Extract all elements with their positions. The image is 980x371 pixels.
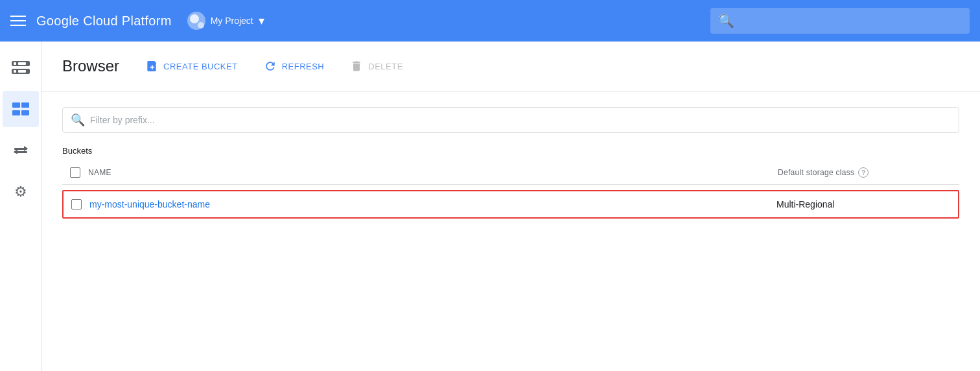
create-bucket-label: CREATE BUCKET	[163, 62, 238, 71]
sidebar: ⚙	[0, 42, 41, 371]
storage-class-help-icon[interactable]: ?	[858, 167, 869, 178]
sidebar-item-storage[interactable]	[3, 49, 39, 86]
refresh-icon	[264, 60, 277, 73]
sidebar-item-browser[interactable]	[3, 91, 39, 127]
column-header-name: Name	[88, 168, 778, 177]
bucket-name-link[interactable]: my-most-unique-bucket-name	[89, 199, 776, 209]
buckets-table: Name Default storage class ? my-most-uni…	[62, 161, 959, 219]
transfer-icon	[14, 148, 27, 153]
storage-class-value: Multi-Regional	[776, 199, 958, 209]
buckets-section-label: Buckets	[62, 146, 959, 156]
page-title: Browser	[62, 57, 119, 75]
content-area: 🔍 Buckets Name Default storage class ?	[41, 91, 980, 234]
select-all-checkbox[interactable]	[70, 167, 80, 178]
search-icon: 🔍	[718, 13, 734, 29]
chevron-down-icon: ▾	[259, 14, 264, 28]
column-header-storage-class: Default storage class ?	[778, 167, 959, 178]
menu-button[interactable]	[10, 16, 26, 26]
bucket-icon	[12, 102, 29, 115]
create-bucket-icon	[145, 60, 158, 73]
main-layout: ⚙ Browser CREATE BUCKET REFRESH	[0, 42, 980, 371]
search-bar[interactable]: 🔍	[710, 8, 970, 34]
sidebar-item-settings[interactable]: ⚙	[3, 174, 39, 210]
row-checkbox[interactable]	[71, 199, 82, 209]
table-row: my-most-unique-bucket-name Multi-Regiona…	[62, 190, 959, 219]
page-header: Browser CREATE BUCKET REFRESH	[41, 42, 980, 91]
project-selector[interactable]: My Project ▾	[182, 9, 270, 32]
delete-button[interactable]: DELETE	[345, 57, 408, 75]
sidebar-item-transfer[interactable]	[3, 132, 39, 169]
main-content: Browser CREATE BUCKET REFRESH	[41, 42, 980, 371]
filter-bar[interactable]: 🔍	[62, 107, 959, 133]
project-icon	[187, 12, 205, 30]
topbar: Google Cloud Platform My Project ▾ 🔍	[0, 0, 980, 42]
table-header: Name Default storage class ?	[62, 161, 959, 185]
project-name: My Project	[211, 16, 253, 26]
delete-icon	[350, 60, 363, 73]
app-title: Google Cloud Platform	[36, 14, 172, 29]
storage-rack-icon	[12, 61, 30, 74]
gear-icon: ⚙	[14, 184, 27, 200]
refresh-button[interactable]: REFRESH	[259, 57, 330, 75]
filter-input[interactable]	[90, 115, 951, 125]
delete-label: DELETE	[368, 62, 403, 71]
filter-search-icon: 🔍	[71, 113, 85, 127]
header-actions: CREATE BUCKET REFRESH DELETE	[140, 57, 408, 75]
refresh-label: REFRESH	[282, 62, 325, 71]
create-bucket-button[interactable]: CREATE BUCKET	[140, 57, 243, 75]
